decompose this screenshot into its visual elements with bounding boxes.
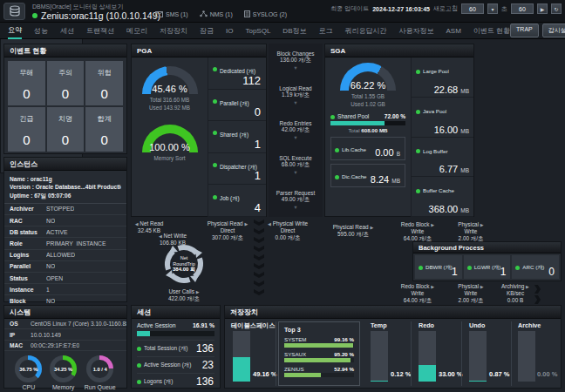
down-arrow-icon: ▼ bbox=[293, 205, 297, 210]
status-dot-icon bbox=[335, 175, 339, 179]
cpu-gauge: 36.75 % CPU bbox=[15, 355, 42, 390]
down-arrow-icon: ▼ bbox=[293, 100, 297, 105]
panel-title: Background Process bbox=[413, 242, 561, 253]
refresh-button[interactable]: ↻ bbox=[551, 3, 562, 14]
tablespace-bar bbox=[233, 331, 250, 382]
refresh-interval-input[interactable]: 60 bbox=[461, 3, 484, 14]
tab-session[interactable]: 세션 bbox=[60, 23, 74, 39]
play-button[interactable]: ▶ bbox=[537, 3, 548, 14]
ip-row: IP10.0.10.149 bbox=[4, 329, 126, 340]
active-session-label: Active Session bbox=[137, 322, 176, 328]
temp-pct: 0.12 % bbox=[391, 370, 411, 378]
sms-alert-link[interactable]: SMS (1) bbox=[155, 11, 188, 17]
table-row: Instance1 bbox=[4, 284, 126, 295]
status-dot-icon bbox=[213, 195, 217, 199]
os-row: OSCentOS Linux 7 (Core) 3.10.0-1160.88.1… bbox=[4, 319, 126, 329]
table-row: ParallelNO bbox=[4, 261, 126, 273]
tab-dbinfo[interactable]: DB정보 bbox=[282, 23, 306, 39]
undo-pct: 0.87 % bbox=[489, 370, 509, 378]
arrow-right-icon: ▶ bbox=[431, 284, 434, 289]
dbwr-tile: DBWR (개)1 bbox=[415, 255, 462, 279]
status-dot-icon bbox=[213, 163, 217, 167]
tab-userinfo[interactable]: 사용자정보 bbox=[398, 23, 433, 39]
physical-read-metric: Physical Read ▶ 595.00 개/초 bbox=[328, 224, 378, 238]
instance-info: Name : orac11g Version : Oracle Database… bbox=[4, 171, 126, 204]
shared-pool-pct: 72.00 % bbox=[385, 113, 405, 119]
storage-panel: 저장장치 테이블스페이스 49.16 % Top 3 SYSTEM99.16 %… bbox=[224, 305, 562, 389]
nms-alert-link[interactable]: NMS (1) bbox=[200, 10, 233, 17]
run-queue-gauge: 1.0 / 4 Run Queue bbox=[85, 355, 116, 390]
archive-label: Archive bbox=[518, 321, 541, 329]
panel-title: 시스템 bbox=[4, 306, 126, 319]
redo-block-write-metric-bottom: Redo Block ▶ Write 64.00 개/초 bbox=[398, 283, 438, 303]
down-arrow-icon: ▼ bbox=[293, 135, 297, 140]
tab-asm[interactable]: ASM bbox=[446, 23, 460, 39]
undo-bar bbox=[469, 331, 487, 382]
archive-pct: 0.00 % bbox=[537, 370, 557, 378]
event-tile-critical: 치명0 bbox=[47, 107, 85, 152]
arrow-left-icon: ◀ bbox=[135, 221, 139, 226]
large-pool-tile: Large Pool22.68 MB bbox=[412, 57, 473, 98]
sga-panel: SGA 66.22 % Total 1.55 GB Used 1.02 GB S… bbox=[324, 44, 474, 217]
arrow-right-icon: ▶ bbox=[244, 221, 248, 226]
arrow-right-icon: ▶ bbox=[480, 284, 484, 289]
page-title: Zenius:orac11g (10.0.10.149) bbox=[41, 10, 160, 21]
alert-links: SMS (1) NMS (1) SYSLOG (2) bbox=[155, 10, 287, 17]
status-dot-icon bbox=[515, 266, 520, 270]
memory-gauge: 34.25 % Memory bbox=[50, 355, 77, 390]
last-update-timestamp: 2024-12-27 16:03:45 bbox=[372, 6, 430, 12]
last-update-label: 최종 업데이트 bbox=[330, 4, 369, 13]
tab-performance[interactable]: 성능 bbox=[34, 23, 48, 39]
tab-log[interactable]: 로그 bbox=[318, 23, 332, 39]
tab-memory[interactable]: 메모리 bbox=[126, 23, 147, 39]
progress-bar bbox=[284, 343, 354, 348]
session-panel: 세션 Active Session16.91 % Total Session (… bbox=[131, 305, 221, 389]
tab-event-status[interactable]: 이벤트 현황 bbox=[473, 23, 510, 39]
status-dot-icon bbox=[213, 99, 217, 104]
main-nav: 요약 성능 세션 트랜잭션 메모리 저장장치 잠금 IO TopSQL DB정보… bbox=[0, 23, 565, 39]
temp-label: Temp bbox=[371, 321, 387, 329]
down-arrow-icon: ▼ bbox=[293, 65, 297, 71]
tab-query-response[interactable]: 쿼리응답시간 bbox=[344, 23, 386, 39]
arrow-right-icon: ▶ bbox=[526, 284, 529, 289]
java-pool-tile: Java Pool16.00 MB bbox=[412, 98, 473, 138]
arrow-left-icon: ◀ bbox=[268, 221, 271, 226]
shared-pool-label: Shared Pool bbox=[330, 113, 369, 119]
arrow-right-icon: ▶ bbox=[480, 222, 484, 227]
active-session-row: Active Session (개)23 bbox=[137, 356, 214, 373]
tab-topsql[interactable]: TopSQL bbox=[245, 23, 270, 39]
database-logo-icon bbox=[3, 3, 25, 20]
panel-title: 저장장치 bbox=[225, 306, 561, 319]
sms-label: SMS (1) bbox=[166, 11, 188, 17]
seconds-label: 초 bbox=[501, 4, 507, 13]
logons-row: Logons (개)136 bbox=[137, 373, 214, 389]
table-row: StatusOPEN bbox=[4, 273, 126, 284]
stat-tile-dispatcher: Dispatcher (개)1 bbox=[208, 153, 266, 186]
pga-total: Total 316.60 MB bbox=[150, 97, 190, 103]
instance-uptime: Uptime : 67일 05:07:06 bbox=[10, 192, 121, 199]
total-session-row: Total Session (개)136 bbox=[137, 340, 214, 356]
active-session-bar bbox=[137, 331, 214, 336]
physical-write-metric-top: Physical ▶ Write 2.00 개/초 bbox=[451, 221, 491, 241]
monitor-settings-button[interactable]: 감시설정 bbox=[542, 24, 565, 37]
panel-title: PGA bbox=[132, 44, 266, 57]
status-dot-icon bbox=[137, 363, 141, 368]
interval-dropdown-button[interactable]: ▾ bbox=[487, 3, 498, 14]
stat-tile-job: Job (개)4 bbox=[208, 185, 266, 217]
nms-label: NMS (1) bbox=[210, 11, 233, 17]
tab-storage[interactable]: 저장장치 bbox=[160, 23, 187, 39]
tab-summary[interactable]: 요약 bbox=[8, 23, 22, 39]
panel-title: 이벤트 현황 bbox=[4, 44, 126, 57]
syslog-alert-link[interactable]: SYSLOG (2) bbox=[244, 10, 287, 17]
tab-transaction[interactable]: 트랜잭션 bbox=[86, 23, 114, 39]
instance-version: Version : Oracle Database...4bit Product… bbox=[10, 183, 121, 191]
tab-lock[interactable]: 잠금 bbox=[200, 23, 214, 39]
table-row: ArchiverSTOPPED bbox=[4, 204, 126, 215]
trap-button[interactable]: TRAP bbox=[510, 24, 539, 37]
pga-panel: PGA 45.46 % Total 316.60 MB Used 143.92 … bbox=[131, 44, 267, 217]
metric-sql-execute: SQL Execute68.00 개/초▼ bbox=[269, 147, 323, 182]
syslog-label: SYSLOG (2) bbox=[253, 11, 287, 17]
instance-panel: 인스턴스 Name : orac11g Version : Oracle Dat… bbox=[3, 157, 127, 302]
status-dot-icon bbox=[419, 266, 423, 270]
tab-io[interactable]: IO bbox=[226, 23, 233, 39]
